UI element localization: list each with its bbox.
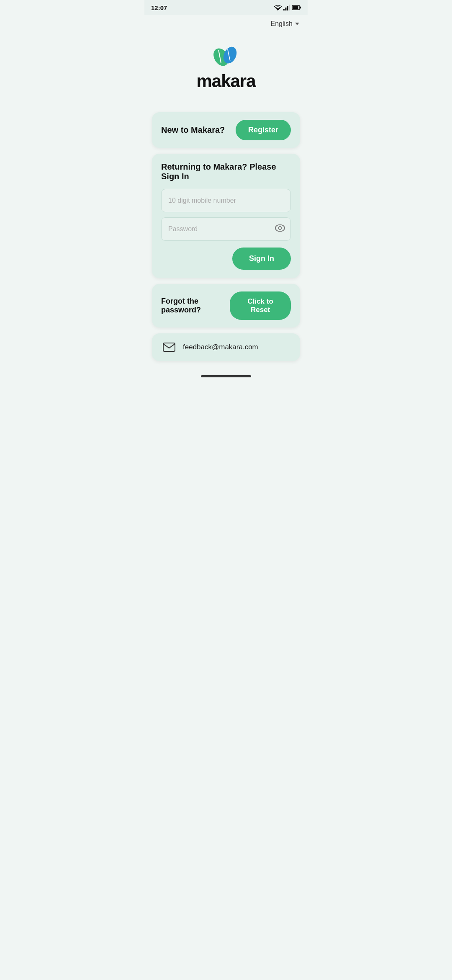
sign-in-title: Returning to Makara? Please Sign In <box>161 162 291 181</box>
svg-point-12 <box>279 227 282 230</box>
feedback-email: feedback@makara.com <box>183 343 258 351</box>
feedback-card: feedback@makara.com <box>152 333 300 361</box>
logo-icon <box>209 44 243 69</box>
sign-in-row: Sign In <box>161 248 291 270</box>
svg-rect-0 <box>283 9 285 10</box>
svg-rect-2 <box>287 6 288 11</box>
mobile-number-input[interactable] <box>161 189 291 212</box>
svg-rect-13 <box>163 343 175 351</box>
chevron-down-icon <box>295 23 299 25</box>
password-input[interactable] <box>161 217 291 241</box>
sign-in-card: Returning to Makara? Please Sign In Sign… <box>152 154 300 278</box>
svg-rect-3 <box>289 5 290 10</box>
svg-rect-5 <box>293 6 298 9</box>
status-time: 12:07 <box>151 4 167 11</box>
language-bar: English <box>144 15 308 31</box>
main-content: New to Makara? Register Returning to Mak… <box>144 112 308 369</box>
mail-icon-wrapper <box>161 341 177 353</box>
toggle-password-icon[interactable] <box>275 224 285 234</box>
new-user-card: New to Makara? Register <box>152 112 300 148</box>
svg-rect-1 <box>285 8 287 10</box>
forgot-password-text: Forgot the password? <box>161 297 230 315</box>
svg-point-11 <box>275 225 285 232</box>
language-selector[interactable]: English <box>271 20 299 28</box>
forgot-password-card: Forgot the password? Click to Reset <box>152 284 300 328</box>
new-user-text: New to Makara? <box>161 125 225 135</box>
home-indicator <box>144 369 308 382</box>
status-icons <box>274 5 301 10</box>
svg-rect-6 <box>300 7 301 9</box>
reset-button[interactable]: Click to Reset <box>230 291 291 320</box>
password-wrapper <box>161 217 291 241</box>
logo-section: makara <box>144 31 308 112</box>
logo-text: makara <box>196 71 255 91</box>
home-bar <box>201 375 251 377</box>
mail-icon <box>163 343 175 352</box>
signal-icon <box>283 5 290 10</box>
status-bar: 12:07 <box>144 0 308 15</box>
battery-icon <box>292 5 301 10</box>
language-label: English <box>271 20 293 28</box>
register-button[interactable]: Register <box>236 120 291 140</box>
wifi-icon <box>274 5 282 10</box>
sign-in-button[interactable]: Sign In <box>232 248 291 270</box>
